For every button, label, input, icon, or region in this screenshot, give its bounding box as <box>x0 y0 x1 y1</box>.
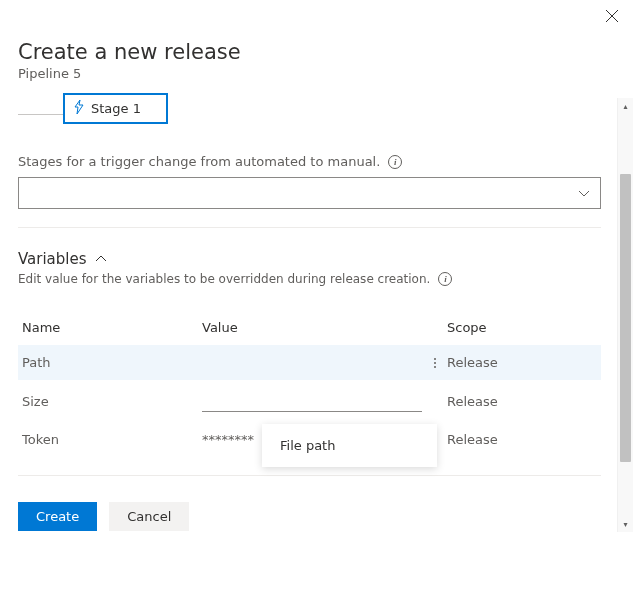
table-row[interactable]: Path Release <box>18 345 601 380</box>
footer-actions: Create Cancel <box>18 502 601 531</box>
scroll-up-arrow[interactable]: ▴ <box>618 98 633 114</box>
trigger-section-label: Stages for a trigger change from automat… <box>18 154 601 169</box>
tooltip: File path <box>262 424 437 467</box>
lightning-icon <box>73 100 85 117</box>
chevron-up-icon <box>95 252 107 266</box>
close-icon[interactable] <box>605 8 619 26</box>
pipeline-name: Pipeline 5 <box>18 66 601 81</box>
var-scope: Release <box>447 394 597 409</box>
variables-title: Variables <box>18 250 87 268</box>
info-icon[interactable]: i <box>388 155 402 169</box>
cancel-button[interactable]: Cancel <box>109 502 189 531</box>
var-name: Size <box>22 394 202 409</box>
var-name: Path <box>22 355 202 370</box>
var-scope: Release <box>447 432 597 447</box>
chevron-down-icon <box>578 185 590 201</box>
table-row[interactable]: Size Release <box>18 380 601 422</box>
stage-connector <box>18 114 63 115</box>
col-header-value[interactable]: Value <box>202 320 423 335</box>
trigger-stages-dropdown[interactable] <box>18 177 601 209</box>
col-header-name[interactable]: Name <box>22 320 202 335</box>
stage-box[interactable]: Stage 1 <box>63 93 168 124</box>
info-icon[interactable]: i <box>438 272 452 286</box>
scrollbar[interactable]: ▴ ▾ <box>617 98 633 532</box>
stage-visual: Stage 1 <box>18 93 601 124</box>
divider <box>18 475 601 476</box>
variables-toggle[interactable]: Variables <box>18 250 601 268</box>
scroll-thumb[interactable] <box>620 174 631 462</box>
more-actions-icon[interactable] <box>423 356 447 370</box>
stage-label: Stage 1 <box>91 101 141 116</box>
create-button[interactable]: Create <box>18 502 97 531</box>
value-input[interactable] <box>202 390 422 412</box>
var-scope: Release <box>447 355 597 370</box>
page-title: Create a new release <box>18 40 601 64</box>
variables-description: Edit value for the variables to be overr… <box>18 272 601 286</box>
var-name: Token <box>22 432 202 447</box>
table-header: Name Value Scope <box>18 314 601 345</box>
scroll-down-arrow[interactable]: ▾ <box>618 516 633 532</box>
var-value[interactable] <box>202 390 423 412</box>
divider <box>18 227 601 228</box>
col-header-scope[interactable]: Scope <box>447 320 597 335</box>
